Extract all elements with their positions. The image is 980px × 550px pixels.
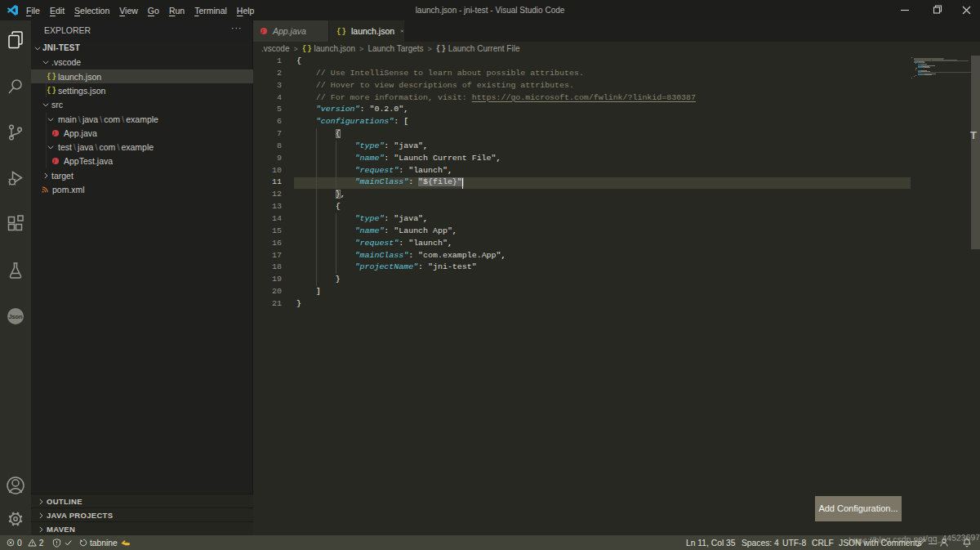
svg-text:Json: Json <box>8 313 23 320</box>
